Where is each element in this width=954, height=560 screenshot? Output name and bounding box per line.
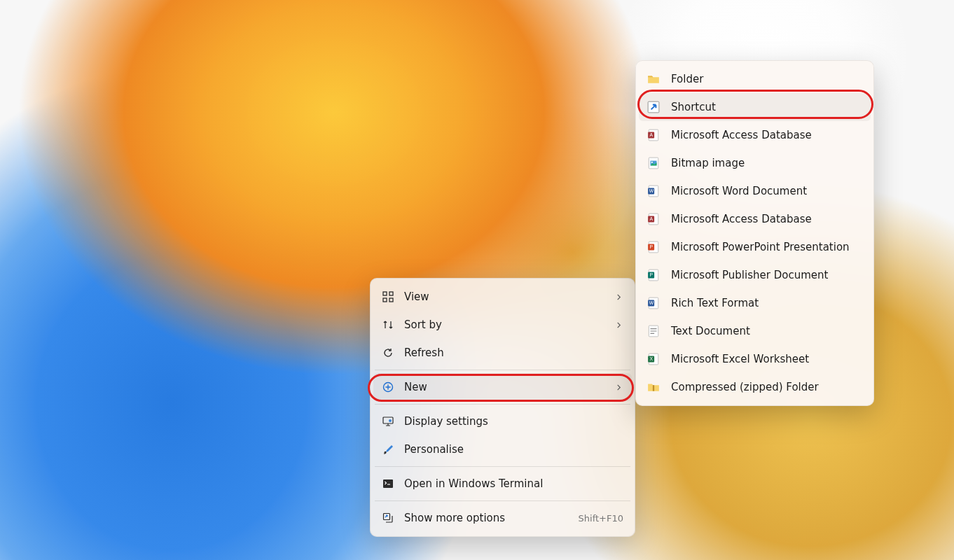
sort-icon: [382, 318, 394, 331]
submenu-item-excel[interactable]: X Microsoft Excel Worksheet: [639, 345, 871, 373]
bitmap-file-icon: [647, 157, 660, 169]
svg-text:A: A: [649, 216, 653, 221]
grid-icon: [382, 290, 394, 303]
refresh-icon: [382, 346, 394, 359]
menu-label: New: [404, 381, 614, 393]
menu-label: Display settings: [404, 415, 623, 428]
svg-rect-3: [389, 298, 393, 302]
submenu-label: Microsoft Access Database: [671, 213, 812, 225]
submenu-item-shortcut[interactable]: Shortcut: [639, 93, 871, 121]
desktop-context-menu: View Sort by Refresh: [370, 278, 635, 537]
svg-text:W: W: [649, 300, 654, 305]
menu-separator: [375, 466, 630, 467]
publisher-file-icon: P: [647, 269, 660, 281]
shortcut-hint: Shift+F10: [579, 513, 623, 524]
menu-label: Open in Windows Terminal: [404, 477, 623, 490]
plus-circle-icon: [382, 381, 394, 393]
submenu-item-word[interactable]: W Microsoft Word Document: [639, 177, 871, 205]
menu-label: Refresh: [404, 346, 623, 359]
svg-rect-2: [383, 298, 387, 302]
menu-separator: [375, 370, 630, 370]
svg-rect-8: [384, 514, 390, 520]
new-submenu: Folder Shortcut A Microsoft Access Datab…: [635, 60, 874, 406]
svg-text:P: P: [649, 244, 653, 249]
svg-rect-7: [383, 479, 393, 488]
menu-item-display-settings[interactable]: Display settings: [373, 407, 632, 435]
access-file-icon: A: [647, 213, 660, 225]
submenu-item-folder[interactable]: Folder: [639, 65, 871, 93]
menu-item-sort[interactable]: Sort by: [373, 311, 632, 339]
paintbrush-icon: [382, 443, 394, 456]
menu-item-refresh[interactable]: Refresh: [373, 339, 632, 367]
submenu-item-zip[interactable]: Compressed (zipped) Folder: [639, 373, 871, 401]
word-file-icon: W: [647, 185, 660, 197]
menu-separator: [375, 500, 630, 501]
submenu-item-rtf[interactable]: W Rich Text Format: [639, 289, 871, 317]
powerpoint-file-icon: P: [647, 241, 660, 253]
svg-rect-35: [653, 385, 654, 391]
menu-label: Sort by: [404, 318, 614, 331]
zip-folder-icon: [647, 381, 660, 393]
menu-separator: [375, 404, 630, 405]
submenu-item-powerpoint[interactable]: P Microsoft PowerPoint Presentation: [639, 233, 871, 261]
access-file-icon: A: [647, 129, 660, 141]
submenu-label: Microsoft Publisher Document: [671, 269, 828, 281]
menu-item-new[interactable]: New: [373, 373, 632, 401]
terminal-icon: [382, 477, 394, 490]
menu-item-personalise[interactable]: Personalise: [373, 435, 632, 463]
svg-text:P: P: [649, 272, 653, 277]
show-more-icon: [382, 512, 394, 524]
menu-label: Show more options: [404, 512, 579, 524]
submenu-label: Rich Text Format: [671, 297, 759, 309]
menu-label: Personalise: [404, 443, 623, 456]
svg-text:X: X: [649, 356, 653, 361]
submenu-label: Microsoft Word Document: [671, 185, 807, 197]
submenu-item-text[interactable]: Text Document: [639, 317, 871, 345]
svg-point-15: [651, 162, 653, 163]
menu-label: View: [404, 290, 614, 303]
submenu-item-access2[interactable]: A Microsoft Access Database: [639, 205, 871, 233]
chevron-right-icon: [614, 320, 623, 330]
svg-text:A: A: [649, 132, 653, 137]
submenu-label: Folder: [671, 73, 703, 85]
menu-item-show-more[interactable]: Show more options Shift+F10: [373, 504, 632, 532]
chevron-right-icon: [614, 382, 623, 392]
submenu-label: Text Document: [671, 325, 750, 337]
submenu-label: Bitmap image: [671, 157, 745, 169]
menu-item-view[interactable]: View: [373, 283, 632, 311]
menu-item-terminal[interactable]: Open in Windows Terminal: [373, 470, 632, 498]
submenu-label: Compressed (zipped) Folder: [671, 381, 819, 393]
submenu-label: Microsoft Access Database: [671, 129, 812, 141]
rtf-file-icon: W: [647, 297, 660, 309]
svg-rect-1: [389, 292, 393, 295]
submenu-label: Microsoft Excel Worksheet: [671, 353, 809, 365]
shortcut-icon: [647, 101, 660, 113]
submenu-label: Shortcut: [671, 101, 716, 113]
chevron-right-icon: [614, 292, 623, 302]
folder-icon: [647, 73, 660, 85]
submenu-item-access[interactable]: A Microsoft Access Database: [639, 121, 871, 149]
submenu-item-publisher[interactable]: P Microsoft Publisher Document: [639, 261, 871, 289]
svg-text:W: W: [649, 188, 654, 193]
text-file-icon: [647, 325, 660, 337]
excel-file-icon: X: [647, 353, 660, 365]
submenu-item-bitmap[interactable]: Bitmap image: [639, 149, 871, 177]
svg-rect-0: [383, 292, 387, 295]
display-settings-icon: [382, 415, 394, 428]
submenu-label: Microsoft PowerPoint Presentation: [671, 241, 850, 253]
svg-point-6: [389, 419, 392, 422]
